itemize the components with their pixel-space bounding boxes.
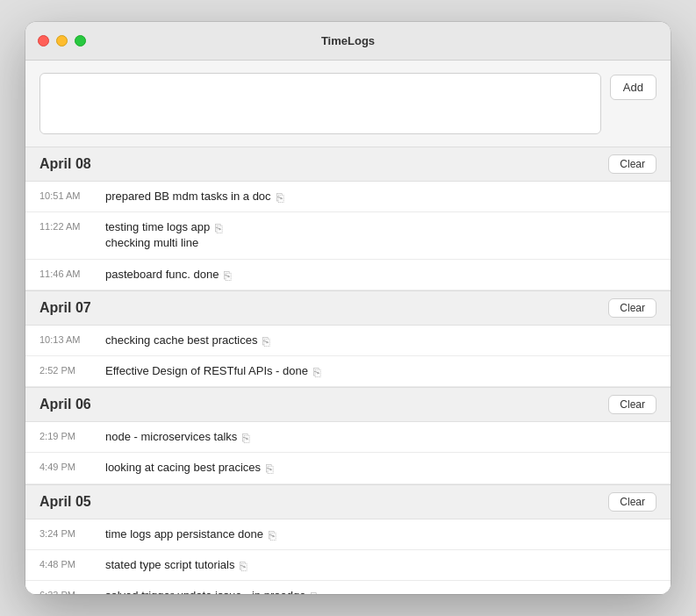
add-button[interactable]: Add [610,75,657,100]
clear-button-april-05[interactable]: Clear [608,492,657,512]
log-time: 10:51 AM [39,189,105,201]
app-window: TimeLogs Add April 08Clear10:51 AMprepar… [25,22,671,594]
day-header-april-07: April 07Clear [25,291,671,326]
traffic-lights [38,35,86,47]
day-section-april-07: April 07Clear10:13 AMchecking cache best… [25,290,671,387]
copy-icon[interactable]: ⎘ [242,431,249,445]
table-row: 4:48 PMstated type script tutorials⎘ [25,550,671,581]
minimize-button[interactable] [56,35,68,47]
log-text: solved trigger update issue - in proedge [105,588,305,594]
log-text-area: pasteboard func. done⎘ [105,267,657,283]
copy-icon[interactable]: ⎘ [276,190,283,204]
log-time: 4:48 PM [39,557,105,569]
log-text-area: checking cache best practices⎘ [105,333,657,348]
table-row: 10:13 AMchecking cache best practices⎘ [25,326,671,356]
day-title: April 07 [39,300,91,316]
copy-icon[interactable]: ⎘ [215,221,222,235]
day-section-april-05: April 05Clear3:24 PMtime logs app persis… [25,484,671,595]
table-row: 2:52 PMEffective Design of RESTful APIs … [25,356,671,387]
main-content: Add April 08Clear10:51 AMprepared BB mdm… [25,61,671,594]
clear-button-april-07[interactable]: Clear [608,298,657,318]
titlebar: TimeLogs [25,22,671,61]
log-text: Effective Design of RESTful APIs - done [105,363,308,379]
copy-icon[interactable]: ⎘ [262,334,269,348]
clear-button-april-08[interactable]: Clear [608,154,657,174]
day-title: April 08 [39,156,91,172]
table-row: 4:49 PMlooking at cacing best pracices⎘ [25,453,671,483]
log-time: 3:24 PM [39,526,105,539]
copy-icon[interactable]: ⎘ [311,590,318,594]
day-title: April 05 [39,494,91,510]
log-list: April 08Clear10:51 AMprepared BB mdm tas… [25,147,671,594]
table-row: 3:24 PMtime logs app persistance done⎘ [25,519,671,550]
log-text: prepared BB mdm tasks in a doc [105,189,271,204]
log-time: 11:22 AM [39,219,105,232]
log-time: 6:33 PM [39,588,105,594]
log-text: stated type script tutorials [105,557,234,573]
table-row: 10:51 AMprepared BB mdm tasks in a doc⎘ [25,182,671,212]
table-row: 11:46 AMpasteboard func. done⎘ [25,260,671,290]
log-time: 2:52 PM [39,363,105,376]
log-time: 2:19 PM [39,429,105,441]
clear-button-april-06[interactable]: Clear [608,395,657,414]
log-time: 11:46 AM [39,267,105,279]
log-text-area: looking at cacing best pracices⎘ [105,460,657,476]
input-area: Add [25,61,671,147]
log-input[interactable] [39,73,601,134]
log-text-area: stated type script tutorials⎘ [105,557,657,573]
close-button[interactable] [38,35,49,47]
window-title: TimeLogs [321,34,375,47]
day-title: April 06 [39,397,91,412]
day-header-april-08: April 08Clear [25,147,671,182]
log-text: time logs app persistance done [105,526,263,542]
log-time: 10:13 AM [39,333,105,345]
day-section-april-06: April 06Clear2:19 PMnode - microservices… [25,387,671,483]
copy-icon[interactable]: ⎘ [269,528,276,542]
log-text: looking at cacing best pracices [105,460,261,476]
copy-icon[interactable]: ⎘ [313,365,320,379]
log-time: 4:49 PM [39,460,105,472]
log-text-area: node - microservices talks⎘ [105,429,657,445]
day-section-april-08: April 08Clear10:51 AMprepared BB mdm tas… [25,147,671,290]
table-row: 11:22 AMtesting time logs app checking m… [25,212,671,259]
log-text: testing time logs app checking multi lin… [105,219,210,251]
log-text-area: testing time logs app checking multi lin… [105,219,657,251]
log-text-area: prepared BB mdm tasks in a doc⎘ [105,189,657,204]
maximize-button[interactable] [75,35,86,47]
log-text-area: Effective Design of RESTful APIs - done⎘ [105,363,657,379]
copy-icon[interactable]: ⎘ [266,462,273,476]
log-text-area: solved trigger update issue - in proedge… [105,588,657,594]
day-header-april-06: April 06Clear [25,388,671,422]
table-row: 2:19 PMnode - microservices talks⎘ [25,422,671,453]
copy-icon[interactable]: ⎘ [240,559,247,573]
log-text: node - microservices talks [105,429,237,445]
log-text-area: time logs app persistance done⎘ [105,526,657,542]
day-header-april-05: April 05Clear [25,485,671,519]
table-row: 6:33 PMsolved trigger update issue - in … [25,581,671,594]
log-text: pasteboard func. done [105,267,219,283]
copy-icon[interactable]: ⎘ [224,269,231,283]
log-text: checking cache best practices [105,333,257,348]
